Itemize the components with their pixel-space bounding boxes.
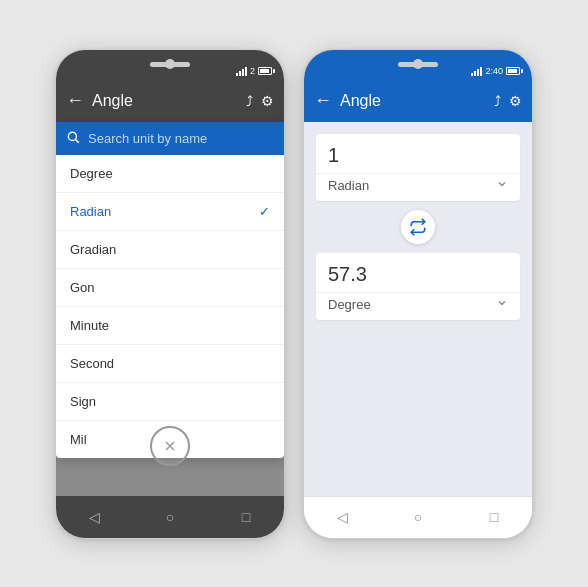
unit-item-gon[interactable]: Gon xyxy=(56,269,284,307)
phone1-content: Degree Radian ✓ Gradian Gon Minute xyxy=(56,122,284,496)
header-actions-left: ⤴ ⚙ xyxy=(246,93,274,109)
header-title-right: Angle xyxy=(340,92,494,110)
search-bar xyxy=(56,122,284,155)
to-input-group: Degree xyxy=(316,253,520,320)
phone2-content: Radian xyxy=(304,122,532,496)
close-button[interactable] xyxy=(150,426,190,466)
nav-bar-right: ◁ ○ □ xyxy=(304,496,532,538)
unit-item-gradian[interactable]: Gradian xyxy=(56,231,284,269)
to-unit-chevron xyxy=(496,297,508,312)
swap-button[interactable] xyxy=(401,210,435,244)
unit-item-minute[interactable]: Minute xyxy=(56,307,284,345)
signal-icon-left xyxy=(236,66,247,76)
from-unit-chevron xyxy=(496,178,508,193)
swap-button-area xyxy=(316,209,520,245)
from-value-input[interactable] xyxy=(316,134,520,173)
nav-back-left[interactable]: ◁ xyxy=(74,497,114,537)
share-button-right[interactable]: ⤴ xyxy=(494,93,501,109)
back-button-right[interactable]: ← xyxy=(314,90,332,111)
phone-camera-right xyxy=(413,59,423,69)
dropdown-panel: Degree Radian ✓ Gradian Gon Minute xyxy=(56,122,284,458)
unit-item-second[interactable]: Second xyxy=(56,345,284,383)
to-unit-row[interactable]: Degree xyxy=(316,292,520,320)
checkmark-radian: ✓ xyxy=(259,204,270,219)
phone-camera-left xyxy=(165,59,175,69)
close-button-area xyxy=(56,426,284,466)
nav-home-left[interactable]: ○ xyxy=(150,497,190,537)
settings-button-left[interactable]: ⚙ xyxy=(261,93,274,109)
nav-back-right[interactable]: ◁ xyxy=(322,497,362,537)
to-value-input[interactable] xyxy=(316,253,520,292)
status-icons-left: 2 xyxy=(236,66,272,76)
nav-recent-right[interactable]: □ xyxy=(474,497,514,537)
svg-point-0 xyxy=(68,132,76,140)
search-input[interactable] xyxy=(88,131,274,146)
from-unit-row[interactable]: Radian xyxy=(316,173,520,201)
to-unit-label: Degree xyxy=(328,297,371,312)
share-button-left[interactable]: ⤴ xyxy=(246,93,253,109)
unit-item-sign[interactable]: Sign xyxy=(56,383,284,421)
from-input-group: Radian xyxy=(316,134,520,201)
status-icons-right: 2:40 xyxy=(471,66,520,76)
settings-button-right[interactable]: ⚙ xyxy=(509,93,522,109)
back-button-left[interactable]: ← xyxy=(66,90,84,111)
unit-list: Degree Radian ✓ Gradian Gon Minute xyxy=(56,155,284,458)
svg-line-1 xyxy=(76,139,79,142)
from-unit-label: Radian xyxy=(328,178,369,193)
unit-item-radian[interactable]: Radian ✓ xyxy=(56,193,284,231)
header-title-left: Angle xyxy=(92,92,246,110)
app-header-left: ← Angle ⤴ ⚙ xyxy=(56,80,284,122)
nav-bar-left: ◁ ○ □ xyxy=(56,496,284,538)
phone-right: 2:40 ← Angle ⤴ ⚙ Radian xyxy=(303,49,533,539)
search-icon xyxy=(66,130,80,147)
nav-recent-left[interactable]: □ xyxy=(226,497,266,537)
header-actions-right: ⤴ ⚙ xyxy=(494,93,522,109)
battery-icon-right xyxy=(506,67,520,75)
time-left: 2 xyxy=(250,66,255,76)
time-right: 2:40 xyxy=(485,66,503,76)
phone-left: 2 ← Angle ⤴ ⚙ xyxy=(55,49,285,539)
app-header-right: ← Angle ⤴ ⚙ xyxy=(304,80,532,122)
unit-item-degree[interactable]: Degree xyxy=(56,155,284,193)
nav-home-right[interactable]: ○ xyxy=(398,497,438,537)
signal-icon-right xyxy=(471,66,482,76)
battery-icon-left xyxy=(258,67,272,75)
